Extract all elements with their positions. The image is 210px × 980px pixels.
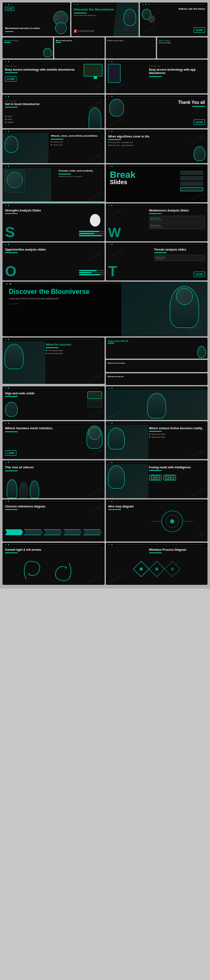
slide-title: Easy access technology with app blounive… bbox=[149, 68, 205, 75]
watermark: GFXTRA bbox=[88, 83, 102, 92]
watermark: GFXTRA bbox=[191, 449, 205, 458]
swot-t: T bbox=[108, 264, 117, 278]
slide-chevron-milestones[interactable]: Chevron milestones diagram GFXTRA bbox=[3, 499, 105, 542]
swot-o: O bbox=[5, 264, 16, 278]
slide-row-1b: Wired for success Metal minds with life … bbox=[3, 37, 207, 58]
slide-break[interactable]: Break Slides GFXTRA bbox=[106, 164, 208, 202]
watermark: GFXTRA bbox=[110, 83, 124, 92]
watermark: GFXTRA bbox=[110, 248, 124, 257]
slide-title: Get in touch blouniverse bbox=[5, 102, 39, 106]
slide-title: Opportunities analysis slides bbox=[5, 248, 102, 251]
slide-science-fiction[interactable]: Where science fiction becomes reality. S… bbox=[106, 421, 208, 459]
slide-title: Easy access technology with website blou… bbox=[5, 68, 81, 71]
svg-marker-6 bbox=[65, 566, 67, 569]
slide-title: Mechanical marvels bbox=[108, 375, 124, 378]
slide-title: When algorithms come to life. bbox=[108, 135, 191, 138]
slide-row-7: Opportunities analysis slides O GFXTRA T… bbox=[3, 243, 207, 280]
slide-title: Curved right & left arrows bbox=[5, 548, 102, 552]
slide-title: Mechanical marvels in action bbox=[5, 27, 55, 30]
slide-row-5: Circuits, code, and creativity. Shaping … bbox=[3, 164, 207, 202]
slide-small-4[interactable]: Where science becomes reality bbox=[157, 37, 207, 58]
slide-robots-future[interactable]: Robots rule the future 124K GFXTRA bbox=[140, 3, 207, 36]
badge: 124K bbox=[5, 450, 16, 456]
slide-row-8: Discover the Blouniverse Lorem ipsum dol… bbox=[3, 282, 207, 336]
slide-rise-silicon[interactable]: The rise of silicon GFXTRA bbox=[3, 460, 105, 498]
slide-wired-success-2[interactable]: Wired for success Lorem ipsum detail Lor… bbox=[3, 338, 105, 384]
hero-subtitle: Lorem ipsum dolor sit amet consectetur a… bbox=[9, 297, 121, 301]
watermark: GFXTRA bbox=[144, 24, 157, 33]
badge-2: 124K bbox=[165, 475, 174, 480]
slide-title-discover: Discover the Blouniverse bbox=[74, 8, 122, 12]
slide-metal-minds[interactable]: Metal minds with life bbox=[106, 338, 208, 359]
slide-title: Metal minds with life bbox=[108, 340, 206, 342]
badge-1: 124K bbox=[151, 475, 160, 480]
slide-threats[interactable]: Threats analysis slides Section One Desc… bbox=[106, 243, 208, 280]
slide-gigs-code[interactable]: Gigs and code colide GFXTRA bbox=[3, 386, 105, 420]
slide-title: Where humans meet robotics. bbox=[5, 426, 86, 431]
swot-w: W bbox=[108, 226, 121, 239]
watermark: GFXTRA bbox=[88, 488, 102, 497]
slide-title: Chevron milestones diagram bbox=[5, 505, 102, 508]
hero-badge: Country 0000 bbox=[9, 303, 121, 305]
break-title: Break bbox=[110, 171, 136, 179]
hero-title: Discover the Blouniverse bbox=[9, 288, 121, 296]
slide-title: Where science fiction becomes reality. bbox=[149, 426, 205, 430]
slide-title: Wheels, wires, and infinite possibilitie… bbox=[51, 135, 102, 138]
slide-robots-rule[interactable]: Robots rule the future bbox=[106, 360, 208, 372]
slide-image-right[interactable]: GFXTRA bbox=[106, 386, 208, 420]
slide-get-in-touch[interactable]: Tag Tag Tag Get in touch blouniverse Ema… bbox=[3, 95, 105, 128]
slide-fusing-metal[interactable]: Fusing metal with intelligence 124K 124K… bbox=[106, 460, 208, 498]
slide-row-4: Wheels, wires, and infinite possibilitie… bbox=[3, 129, 207, 163]
slide-circuits[interactable]: Circuits, code, and creativity. Shaping … bbox=[3, 164, 105, 202]
svg-marker-5 bbox=[28, 573, 30, 576]
watermark: GFXTRA bbox=[88, 409, 102, 419]
slide-humans-robotics[interactable]: Where humans meet robotics. 124K GFXTRA bbox=[3, 421, 105, 459]
ppt-icon: P bbox=[74, 29, 77, 33]
rhimbus-svg bbox=[108, 555, 205, 583]
slide-subtitle: Shaping the future of innovation bbox=[58, 175, 102, 177]
watermark: GFXTRA bbox=[108, 209, 122, 218]
slide-row-1: 124K Mechanical marvels in action GFXTRA… bbox=[3, 3, 207, 36]
slide-thank-you[interactable]: Thank You all 124K GFXTRA bbox=[106, 95, 208, 128]
slide-small-1[interactable]: Wired for success bbox=[3, 37, 53, 58]
badge: 124K bbox=[194, 119, 205, 125]
watermark: GFXTRA bbox=[191, 488, 205, 497]
slide-title: Robots rule the future bbox=[142, 8, 205, 11]
watermark: GFXTRA bbox=[191, 192, 205, 201]
badge: 124K bbox=[194, 272, 205, 277]
slide-row-12: The rise of silicon GFXTRA Fusing metal … bbox=[3, 460, 207, 498]
slide-title: Wired for success bbox=[46, 343, 102, 346]
slide-mechanical-2[interactable]: Mechanical marvels bbox=[106, 373, 208, 385]
slide-algorithms[interactable]: When algorithms come to life. Section On… bbox=[106, 129, 208, 163]
slide-title: Wire loop diagram bbox=[108, 505, 205, 508]
slide-wheels-wires[interactable]: Wheels, wires, and infinite possibilitie… bbox=[3, 129, 105, 163]
contact-item: Phone bbox=[8, 118, 13, 120]
slide-wire-loop[interactable]: Wire loop diagram GFXTRA bbox=[106, 499, 208, 542]
slide-small-2[interactable]: Metal minds with life bbox=[54, 37, 105, 58]
nav-label: Tag Tag Tag bbox=[5, 65, 81, 67]
slide-title: Thank You all bbox=[178, 100, 205, 105]
wire-loop-svg bbox=[147, 509, 197, 534]
slide-strengths[interactable]: Strengths Analysis Slides S GFXTRA bbox=[3, 203, 105, 241]
slide-small-3[interactable]: Robots rule the future bbox=[106, 37, 156, 58]
slide-opportunities[interactable]: Opportunities analysis slides O GFXTRA bbox=[3, 243, 105, 280]
slide-curved-arrows[interactable]: Curved right & left arrows GFXTRA bbox=[3, 543, 105, 585]
slide-easy-access-website[interactable]: Tag Tag Tag Easy access technology with … bbox=[3, 60, 105, 93]
curved-arrows-svg bbox=[5, 555, 102, 583]
slide-title: Rhimbus Process Diagram bbox=[149, 548, 205, 552]
main-container: 124K Mechanical marvels in action GFXTRA… bbox=[0, 0, 210, 589]
slide-rhimbus-process[interactable]: Rhimbus Process Diagram GFXTRA bbox=[106, 543, 208, 585]
slide-row-13: Chevron milestones diagram GFXTRA Wire l… bbox=[3, 499, 207, 542]
slide-easy-access-app[interactable]: Tag Tag Tag Easy access technology with … bbox=[106, 60, 208, 93]
slide-row-3: Tag Tag Tag Get in touch blouniverse Ema… bbox=[3, 95, 207, 128]
watermark: GFXTRA bbox=[88, 153, 102, 162]
slide-weaknesses[interactable]: Weaknesses Analysis Slides Section One D… bbox=[106, 203, 208, 241]
svg-point-11 bbox=[139, 568, 142, 571]
slide-mechanical-marvels[interactable]: 124K Mechanical marvels in action GFXTRA bbox=[3, 3, 70, 36]
slide-row-10: Gigs and code colide GFXTRA GFXTRA bbox=[3, 386, 207, 420]
badge: 124K bbox=[5, 76, 16, 82]
slide-title: Robots rule the future bbox=[108, 362, 126, 364]
slide-hero-full[interactable]: Discover the Blouniverse Lorem ipsum dol… bbox=[3, 282, 207, 336]
slide-discover-blouniverse-main[interactable]: Discover the Blouniverse Fusing metal wi… bbox=[71, 3, 139, 36]
swot-s: S bbox=[5, 225, 15, 239]
